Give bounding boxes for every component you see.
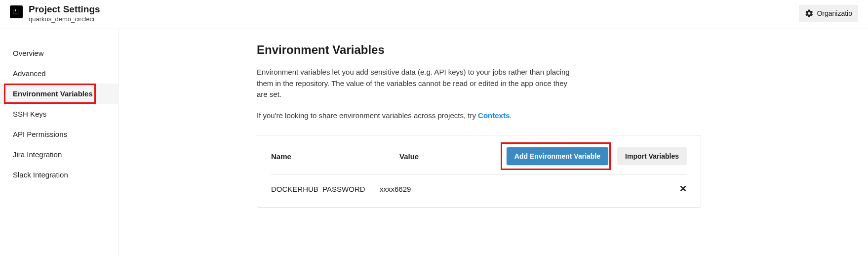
sidebar-item-ssh-keys[interactable]: SSH Keys <box>0 104 118 124</box>
env-var-name: DOCKERHUB_PASSWORD <box>271 185 380 193</box>
topbar-left: Project Settings quarkus_demo_circleci <box>10 4 100 23</box>
share-contexts-text: If you're looking to share environment v… <box>257 110 573 122</box>
add-environment-variable-button[interactable]: Add Environment Variable <box>507 147 608 165</box>
env-var-remove: ✕ <box>672 183 687 194</box>
env-vars-card: Name Value Add Environment Variable Impo… <box>257 135 701 208</box>
share-text-suffix: . <box>510 111 512 120</box>
share-text-prefix: If you're looking to share environment v… <box>257 111 478 120</box>
table-header-row: Name Value <box>271 152 507 161</box>
page-header-title: Project Settings <box>29 4 100 15</box>
sidebar: Overview Advanced Environment Variables … <box>0 29 118 257</box>
sidebar-item-environment-variables[interactable]: Environment Variables <box>0 84 118 104</box>
page-title: Environment Variables <box>257 43 701 57</box>
sidebar-item-jira-integration[interactable]: Jira Integration <box>0 144 118 165</box>
organization-button-label: Organizatio <box>817 9 852 17</box>
close-icon[interactable]: ✕ <box>679 184 687 194</box>
sidebar-item-overview[interactable]: Overview <box>0 43 118 63</box>
project-icon <box>10 5 23 18</box>
card-header: Name Value Add Environment Variable Impo… <box>271 147 687 174</box>
import-variables-button[interactable]: Import Variables <box>617 147 687 165</box>
header-texts: Project Settings quarkus_demo_circleci <box>29 4 100 23</box>
topbar: Project Settings quarkus_demo_circleci O… <box>0 0 868 29</box>
sidebar-item-slack-integration[interactable]: Slack Integration <box>0 165 118 185</box>
gear-icon <box>805 9 814 18</box>
sidebar-item-api-permissions[interactable]: API Permissions <box>0 124 118 144</box>
organization-settings-button[interactable]: Organizatio <box>799 5 858 22</box>
column-header-name: Name <box>271 152 380 161</box>
main-content: Environment Variables Environment variab… <box>0 29 868 257</box>
description-text: Environment variables let you add sensit… <box>257 67 573 100</box>
page-header-subtitle: quarkus_demo_circleci <box>29 15 100 23</box>
contexts-link[interactable]: Contexts <box>478 111 510 120</box>
sidebar-item-advanced[interactable]: Advanced <box>0 63 118 84</box>
env-var-value: xxxx6629 <box>380 185 672 193</box>
column-header-value: Value <box>399 152 507 161</box>
layout: Overview Advanced Environment Variables … <box>0 29 868 257</box>
card-actions: Add Environment Variable Import Variable… <box>507 147 687 165</box>
table-row: DOCKERHUB_PASSWORD xxxx6629 ✕ <box>271 174 687 203</box>
